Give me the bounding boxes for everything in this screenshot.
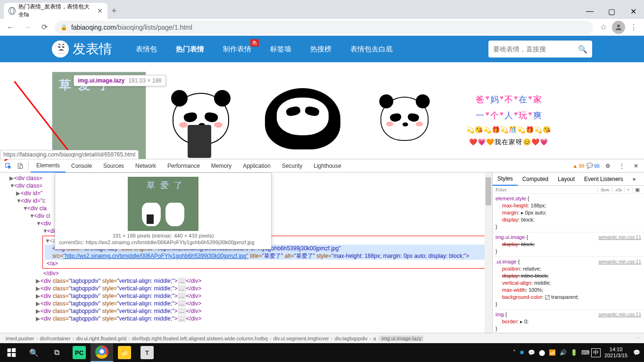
preview-src: currentSrc: https://wx2.sinaimg.cn/bmidd… xyxy=(59,239,267,245)
tab-application[interactable]: Application xyxy=(237,159,276,173)
tab-event-listeners[interactable]: Event Listeners xyxy=(579,173,628,186)
dom-breadcrumb[interactable]: imed.pusher› div#container› div.ui.right… xyxy=(0,333,644,343)
reload-button[interactable]: ⟳ xyxy=(38,21,51,34)
svg-rect-3 xyxy=(20,165,22,168)
lock-icon: 🔒 xyxy=(60,24,67,31)
tab-layout[interactable]: Layout xyxy=(553,173,579,186)
start-button[interactable] xyxy=(0,343,23,362)
forward-button[interactable]: → xyxy=(21,21,34,34)
profile-button[interactable] xyxy=(612,21,625,34)
tab-sources[interactable]: Sources xyxy=(98,159,130,173)
browser-tab[interactable]: 热门表情_发表情，表情包大全fa ✕ xyxy=(4,3,107,19)
url-input[interactable]: 🔒 fabiaoqing.com/biaoqing/lists/page/1.h… xyxy=(55,21,593,34)
logo-text: 发表情 xyxy=(73,40,112,58)
url-text: fabiaoqing.com/biaoqing/lists/page/1.htm… xyxy=(71,24,192,31)
nav-item-1[interactable]: 热门表情 xyxy=(166,36,214,62)
inspect-element-button[interactable] xyxy=(2,160,14,172)
messages-badge[interactable]: 💬 98 xyxy=(586,163,600,169)
new-style-button[interactable]: + xyxy=(624,187,632,192)
minimize-button[interactable]: — xyxy=(579,4,601,19)
devtools-tabs: Elements Console Sources Network Perform… xyxy=(0,159,644,173)
hot-badge: 热 xyxy=(250,39,259,47)
hov-toggle[interactable]: :hov xyxy=(597,187,612,192)
devtools-panel: Elements Console Sources Network Perform… xyxy=(0,159,644,343)
browser-tab-strip: 热门表情_发表情，表情包大全fa ✕ + — ▢ ✕ xyxy=(0,0,644,19)
close-icon[interactable]: ✕ xyxy=(97,7,103,15)
tab-memory[interactable]: Memory xyxy=(206,159,237,173)
site-logo[interactable]: 发表情 xyxy=(52,40,112,58)
preview-dimensions: 191 × 188 pixels (intrinsic: 440 × 433 p… xyxy=(59,233,267,239)
meme-image-3[interactable] xyxy=(256,72,350,159)
styles-rules[interactable]: element.style {max-height: 188px;margin:… xyxy=(493,194,644,333)
nav-item-4[interactable]: 热搜榜 xyxy=(301,36,341,62)
meme-image-5[interactable]: 爸♥妈♥不♥在♥家 一♥个♥人♥玩♥爽 💫😘💫🎁💫🎊💫🎁💫😘 ❤️💗🧡我在家呀😊… xyxy=(459,72,558,159)
nav-item-0[interactable]: 表情包 xyxy=(126,36,166,62)
styles-panel: Styles Computed Layout Event Listeners »… xyxy=(492,173,644,333)
styles-filter-input[interactable] xyxy=(495,186,597,193)
taskbar-clock[interactable]: 14:102021/3/15 xyxy=(601,346,631,359)
warnings-badge[interactable]: ▲ 98 xyxy=(573,163,585,169)
tab-computed[interactable]: Computed xyxy=(518,173,553,186)
globe-icon xyxy=(8,7,16,15)
logo-icon xyxy=(52,41,69,58)
search-box[interactable]: 🔍 xyxy=(488,41,592,58)
site-header: 发表情 表情包 热门表情 制作表情热 标签墙 热搜榜 表情包去白底 🔍 xyxy=(0,36,644,62)
nav-item-5[interactable]: 表情包去白底 xyxy=(341,36,402,62)
nav-item-3[interactable]: 标签墙 xyxy=(261,36,301,62)
page-viewport: 发表情 表情包 热门表情 制作表情热 标签墙 热搜榜 表情包去白底 🔍 草 爱 … xyxy=(0,36,644,159)
maximize-button[interactable]: ▢ xyxy=(601,4,622,19)
main-nav: 表情包 热门表情 制作表情热 标签墙 热搜榜 表情包去白底 xyxy=(126,36,402,62)
window-controls: — ▢ ✕ xyxy=(579,4,644,19)
settings-icon[interactable]: ⚙ xyxy=(602,160,614,172)
close-devtools-button[interactable]: ✕ xyxy=(630,160,642,172)
inspect-tooltip: img.ui.image.lazy 191.03 × 188 xyxy=(74,75,166,86)
more-icon[interactable]: ⋮ xyxy=(616,160,628,172)
more-tabs-icon[interactable]: » xyxy=(628,173,641,186)
search-input[interactable] xyxy=(493,45,578,53)
tray-network-icon[interactable]: 📶 xyxy=(547,349,558,356)
status-bar-url: https://fabiaoqing.com/biaoqing/detail/i… xyxy=(0,150,139,159)
address-bar: ← → ⟳ 🔒 fabiaoqing.com/biaoqing/lists/pa… xyxy=(0,19,644,36)
tray-keyboard-icon[interactable]: ⌨ xyxy=(579,349,591,356)
tray-wechat-icon[interactable]: 💬 xyxy=(526,349,537,356)
search-button[interactable]: 🔍 xyxy=(23,343,45,362)
taskbar-app-text[interactable]: T xyxy=(136,343,158,362)
new-tab-button[interactable]: + xyxy=(107,6,121,19)
tray-volume-icon[interactable]: 🔊 xyxy=(558,349,569,356)
scrollbar-vertical[interactable] xyxy=(485,173,492,333)
tab-styles[interactable]: Styles xyxy=(493,173,518,186)
svg-point-0 xyxy=(617,25,620,27)
tab-network[interactable]: Network xyxy=(130,159,162,173)
notifications-button[interactable]: 💬 xyxy=(631,349,642,356)
tab-security[interactable]: Security xyxy=(276,159,308,173)
close-button[interactable]: ✕ xyxy=(622,4,644,19)
elements-panel[interactable]: ⋯ 草 爱 了 191 × 188 pixels (intrinsic: 440… xyxy=(0,173,492,333)
nav-item-2[interactable]: 制作表情热 xyxy=(214,36,261,62)
meme-image-4[interactable] xyxy=(357,72,452,159)
taskbar-app-explorer[interactable]: 📁 xyxy=(113,343,136,362)
search-icon[interactable]: 🔍 xyxy=(578,45,587,54)
tray-ime[interactable]: 中 xyxy=(591,348,601,357)
tooltip-dimensions: 191.03 × 188 xyxy=(128,77,161,84)
tab-lighthouse[interactable]: Lighthouse xyxy=(308,159,347,173)
taskbar-app-chrome[interactable] xyxy=(91,343,113,362)
task-view-button[interactable]: ⧉ xyxy=(45,343,68,362)
tab-console[interactable]: Console xyxy=(66,159,98,173)
meme-image-2[interactable] xyxy=(154,72,248,159)
tray-icon[interactable]: ✱ xyxy=(518,349,526,356)
image-hover-preview: 草 爱 了 191 × 188 pixels (intrinsic: 440 ×… xyxy=(55,173,272,249)
cls-toggle[interactable]: .cls xyxy=(612,187,624,192)
taskbar-app-pycharm[interactable]: PC xyxy=(68,343,91,362)
bookmark-button[interactable]: ☆ xyxy=(597,21,610,34)
tab-elements[interactable]: Elements xyxy=(31,159,66,173)
device-toggle-button[interactable] xyxy=(14,160,26,172)
tray-chevron-icon[interactable]: ˄ xyxy=(511,349,518,356)
tray-battery-icon[interactable]: 🔋 xyxy=(569,349,579,356)
tray-icon-2[interactable]: ⬤ xyxy=(537,349,547,356)
tab-performance[interactable]: Performance xyxy=(162,159,206,173)
tab-title: 热门表情_发表情，表情包大全fa xyxy=(18,3,94,19)
menu-button[interactable]: ⋮ xyxy=(627,21,640,34)
back-button[interactable]: ← xyxy=(4,21,17,34)
box-model-icon[interactable]: ▣ xyxy=(632,187,642,193)
tooltip-selector: img.ui.image.lazy xyxy=(78,77,124,84)
